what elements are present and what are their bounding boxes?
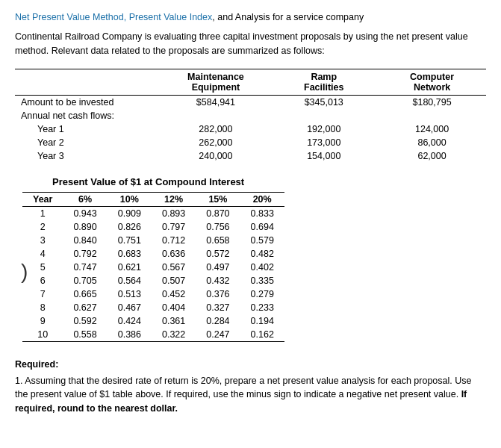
pv-cell-year: 6 [22, 274, 63, 287]
pv-cell-value: 0.376 [196, 287, 240, 301]
proposals-table: MaintenanceEquipment RampFacilities Comp… [15, 69, 486, 163]
row-val-invest-maint: $584,941 [162, 95, 270, 109]
row-val-year1-ramp: 192,000 [270, 122, 378, 136]
pv-table-row: 40.7920.6830.6360.5720.482 [22, 247, 284, 261]
row-label-annual: Annual net cash flows: [15, 109, 162, 122]
pv-table-row: 100.5580.3860.3220.2470.162 [22, 328, 284, 342]
pv-cell-value: 0.322 [152, 328, 196, 342]
pv-cell-value: 0.658 [196, 234, 240, 247]
pv-cell-value: 0.694 [240, 220, 284, 234]
pv-table: Year 6% 10% 12% 15% 20% 10.9430.9090.893… [22, 192, 284, 342]
pv-col-15: 15% [196, 192, 240, 206]
pv-cell-value: 0.482 [240, 247, 284, 261]
proposals-col-ramp: RampFacilities [270, 69, 378, 95]
pv-table-row: 10.9430.9090.8930.8700.833 [22, 206, 284, 220]
pv-cell-value: 0.507 [152, 274, 196, 287]
row-val-year2-ramp: 173,000 [270, 136, 378, 149]
pv-cell-year: 4 [22, 247, 63, 261]
pv-cell-value: 0.404 [152, 301, 196, 314]
table-row: Amount to be invested $584,941 $345,013 … [15, 95, 486, 109]
pv-cell-value: 0.683 [108, 247, 152, 261]
row-label-year2: Year 2 [15, 136, 162, 149]
pv-section-title: Present Value of $1 at Compound Interest [52, 176, 486, 187]
question-1-part1: 1. Assuming that the desired rate of ret… [15, 376, 471, 400]
row-val-year3-maint: 240,000 [162, 149, 270, 163]
pv-cell-value: 0.327 [196, 301, 240, 314]
question-1-text: 1. Assuming that the desired rate of ret… [15, 374, 486, 416]
pv-cell-value: 0.890 [63, 220, 107, 234]
pv-table-row: 20.8900.8260.7970.7560.694 [22, 220, 284, 234]
row-val-year3-network: 62,000 [378, 149, 486, 163]
required-label: Required: [15, 359, 58, 370]
row-val-annual-network [378, 109, 486, 122]
proposals-col-label [15, 69, 162, 95]
pv-cell-value: 0.797 [152, 220, 196, 234]
table-row: Year 1 282,000 192,000 124,000 [15, 122, 486, 136]
pv-col-10: 10% [108, 192, 152, 206]
pv-cell-year: 10 [22, 328, 63, 342]
pv-cell-value: 0.572 [196, 247, 240, 261]
required-section: Required: 1. Assuming that the desired r… [15, 359, 486, 416]
link-npv[interactable]: Net Present Value Method, Present Value … [15, 12, 212, 22]
pv-col-20: 20% [240, 192, 284, 206]
pv-cell-year: 7 [22, 287, 63, 301]
row-val-year2-maint: 262,000 [162, 136, 270, 149]
header-links: Net Present Value Method, Present Value … [15, 12, 486, 22]
pv-cell-value: 0.870 [196, 206, 240, 220]
pv-cell-value: 0.402 [240, 261, 284, 274]
pv-cell-value: 0.284 [196, 314, 240, 328]
pv-cell-year: 1 [22, 206, 63, 220]
pv-table-row: 80.6270.4670.4040.3270.233 [22, 301, 284, 314]
pv-cell-value: 0.162 [240, 328, 284, 342]
pv-section: Present Value of $1 at Compound Interest… [15, 176, 486, 355]
row-val-year1-network: 124,000 [378, 122, 486, 136]
row-val-invest-network: $180,795 [378, 95, 486, 109]
pv-cell-value: 0.432 [196, 274, 240, 287]
pv-cell-value: 0.497 [196, 261, 240, 274]
pv-cell-value: 0.194 [240, 314, 284, 328]
pv-cell-value: 0.247 [196, 328, 240, 342]
pv-cell-value: 0.943 [63, 206, 107, 220]
pv-cell-value: 0.665 [63, 287, 107, 301]
pv-cell-value: 0.361 [152, 314, 196, 328]
pv-table-row: 30.8400.7510.7120.6580.579 [22, 234, 284, 247]
pv-table-row: 90.5920.4240.3610.2840.194 [22, 314, 284, 328]
left-bracket-icon: ) [21, 260, 28, 284]
pv-cell-value: 0.627 [63, 301, 107, 314]
pv-header-row: Year 6% 10% 12% 15% 20% [22, 192, 284, 206]
table-row: Year 3 240,000 154,000 62,000 [15, 149, 486, 163]
pv-cell-value: 0.386 [108, 328, 152, 342]
pv-cell-value: 0.756 [196, 220, 240, 234]
pv-cell-value: 0.705 [63, 274, 107, 287]
intro-paragraph: Continental Railroad Company is evaluati… [15, 30, 486, 58]
table-row: Annual net cash flows: [15, 109, 486, 122]
pv-cell-value: 0.467 [108, 301, 152, 314]
pv-table-row: 70.6650.5130.4520.3760.279 [22, 287, 284, 301]
pv-cell-value: 0.513 [108, 287, 152, 301]
pv-cell-value: 0.833 [240, 206, 284, 220]
pv-cell-value: 0.424 [108, 314, 152, 328]
pv-cell-value: 0.893 [152, 206, 196, 220]
pv-cell-value: 0.564 [108, 274, 152, 287]
pv-cell-value: 0.279 [240, 287, 284, 301]
pv-cell-year: 9 [22, 314, 63, 328]
row-label-year3: Year 3 [15, 149, 162, 163]
proposals-col-maintenance: MaintenanceEquipment [162, 69, 270, 95]
pv-col-year: Year [22, 192, 63, 206]
row-val-year1-maint: 282,000 [162, 122, 270, 136]
pv-cell-value: 0.621 [108, 261, 152, 274]
table-row: Year 2 262,000 173,000 86,000 [15, 136, 486, 149]
row-label-year1: Year 1 [15, 122, 162, 136]
pv-cell-year: 8 [22, 301, 63, 314]
pv-cell-value: 0.592 [63, 314, 107, 328]
pv-cell-year: 2 [22, 220, 63, 234]
pv-cell-value: 0.335 [240, 274, 284, 287]
separator-text: , and Analysis for a service company [212, 12, 364, 22]
pv-table-row: 60.7050.5640.5070.4320.335 [22, 274, 284, 287]
pv-cell-value: 0.712 [152, 234, 196, 247]
pv-cell-value: 0.567 [152, 261, 196, 274]
pv-cell-value: 0.840 [63, 234, 107, 247]
row-val-year2-network: 86,000 [378, 136, 486, 149]
pv-cell-value: 0.558 [63, 328, 107, 342]
row-val-annual-maint [162, 109, 270, 122]
